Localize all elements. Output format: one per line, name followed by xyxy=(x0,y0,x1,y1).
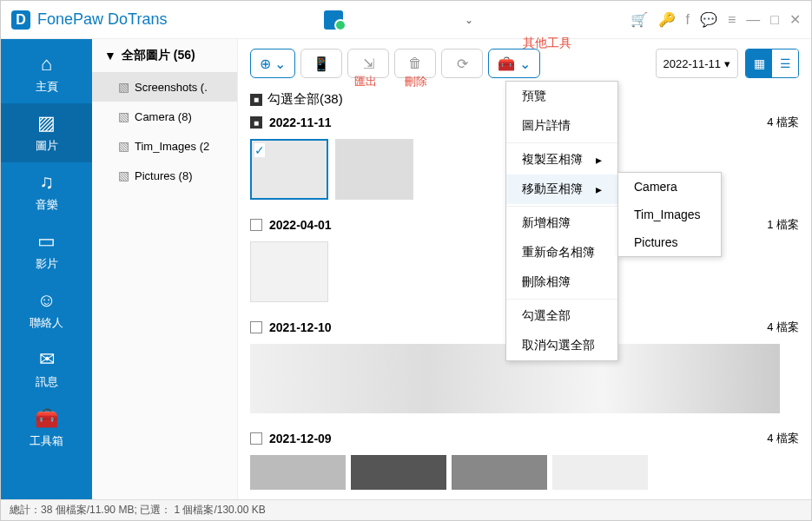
nav-messages[interactable]: ✉訊息 xyxy=(1,340,92,399)
triangle-down-icon: ▼ xyxy=(104,49,116,63)
photo-thumbnail[interactable]: ✓ xyxy=(250,139,328,200)
album-icon: ▧ xyxy=(118,80,129,94)
add-button[interactable]: ⊕ ⌄ xyxy=(250,49,295,78)
submenu-pictures[interactable]: Pictures xyxy=(618,228,721,256)
nav-label: 主頁 xyxy=(36,79,58,95)
annotation-delete: 刪除 xyxy=(405,74,427,89)
maximize-icon[interactable]: □ xyxy=(770,12,779,28)
album-label: Tim_Images (2 xyxy=(135,140,209,153)
toolbox-icon: 🧰 xyxy=(35,407,58,430)
photo-icon: ▨ xyxy=(37,112,56,135)
photo-thumbnail[interactable] xyxy=(250,455,346,490)
group-count: 4 檔案 xyxy=(767,115,799,130)
menu-delete-album[interactable]: 刪除相簿 xyxy=(506,267,617,297)
date-filter-dropdown[interactable]: 2022-11-11▾ xyxy=(656,49,739,78)
to-device-button[interactable]: 📱 xyxy=(300,49,342,78)
album-item-tim[interactable]: ▧Tim_Images (2 xyxy=(92,131,237,161)
view-toggle: ▦ ☰ xyxy=(745,49,799,78)
grid-view-button[interactable]: ▦ xyxy=(746,49,772,77)
nav-video[interactable]: ▭影片 xyxy=(1,221,92,280)
device-icon[interactable] xyxy=(324,10,343,30)
group-count: 1 檔案 xyxy=(767,217,799,233)
nav-label: 訊息 xyxy=(36,374,58,390)
menu-copy-to[interactable]: 複製至相簿▸ xyxy=(506,145,617,175)
nav-label: 音樂 xyxy=(36,197,58,213)
checkbox-icon[interactable] xyxy=(250,219,262,231)
cart-icon[interactable]: 🛒 xyxy=(630,11,648,28)
album-item-camera[interactable]: ▧Camera (8) xyxy=(92,102,237,131)
group-date: 2021-12-09 xyxy=(269,432,332,445)
checkbox-icon[interactable]: ■ xyxy=(250,116,262,129)
menu-deselect-all[interactable]: 取消勾選全部 xyxy=(506,331,617,360)
album-panel: ▼全部圖片 (56) ▧Screenshots (. ▧Camera (8) ▧… xyxy=(92,39,238,499)
group-count: 4 檔案 xyxy=(767,320,799,335)
sidebar: ⌂主頁 ▨圖片 ♫音樂 ▭影片 ☺聯絡人 ✉訊息 🧰工具箱 xyxy=(1,39,92,499)
list-view-button[interactable]: ☰ xyxy=(772,49,798,77)
date-value: 2022-11-11 xyxy=(663,57,722,70)
album-label: Screenshots (. xyxy=(135,81,208,94)
move-to-submenu: Camera Tim_Images Pictures xyxy=(617,172,722,257)
triangle-down-icon: ▾ xyxy=(724,57,730,70)
menu-details[interactable]: 圖片詳情 xyxy=(506,111,617,141)
photo-thumbnail[interactable] xyxy=(552,455,648,490)
video-icon: ▭ xyxy=(37,230,56,253)
album-icon: ▧ xyxy=(118,109,129,123)
album-item-screenshots[interactable]: ▧Screenshots (. xyxy=(92,72,237,102)
photo-thumbnail[interactable] xyxy=(351,455,446,490)
close-icon[interactable]: ✕ xyxy=(789,11,801,28)
annotation-export: 匯出 xyxy=(354,74,377,89)
chevron-right-icon: ▸ xyxy=(596,153,602,167)
album-header-label: 全部圖片 (56) xyxy=(122,48,195,63)
key-icon[interactable]: 🔑 xyxy=(658,11,676,28)
submenu-tim[interactable]: Tim_Images xyxy=(618,201,721,228)
chevron-right-icon: ▸ xyxy=(596,182,602,196)
nav-contacts[interactable]: ☺聯絡人 xyxy=(1,280,92,340)
refresh-button[interactable]: ⟳ xyxy=(441,49,483,78)
nav-label: 工具箱 xyxy=(30,433,63,449)
message-icon: ✉ xyxy=(39,348,55,371)
nav-photos[interactable]: ▨圖片 xyxy=(1,103,92,162)
group-date: 2022-11-11 xyxy=(269,115,332,129)
album-icon: ▧ xyxy=(118,139,129,153)
device-dropdown-icon[interactable]: ⌄ xyxy=(465,14,473,26)
photo-thumbnail[interactable] xyxy=(452,455,547,490)
menu-select-all[interactable]: 勾選全部 xyxy=(506,301,617,331)
nav-music[interactable]: ♫音樂 xyxy=(1,162,92,221)
group-header[interactable]: 2021-12-09 4 檔案 xyxy=(250,427,799,450)
album-label: Pictures (8) xyxy=(135,169,192,182)
menu-preview[interactable]: 預覽 xyxy=(506,82,617,111)
group-date: 2021-12-10 xyxy=(269,320,332,334)
content-area: 其他工具 ⊕ ⌄ 📱 ⇲ 🗑 ⟳ 🧰 ⌄ 匯出 刪除 2022-11-11▾ ▦… xyxy=(238,39,811,499)
app-logo-icon: D xyxy=(11,10,30,30)
feedback-icon[interactable]: 💬 xyxy=(700,11,717,28)
photo-thumbnail[interactable] xyxy=(335,139,413,200)
checkbox-icon[interactable]: ■ xyxy=(250,94,262,106)
app-title: FonePaw DoTrans xyxy=(37,10,167,29)
menu-new-album[interactable]: 新增相簿 xyxy=(506,208,617,238)
album-icon: ▧ xyxy=(118,168,129,182)
album-header[interactable]: ▼全部圖片 (56) xyxy=(92,39,237,72)
music-icon: ♫ xyxy=(39,171,54,194)
status-bar: 總計：38 個檔案/11.90 MB; 已選： 1 個檔案/130.00 KB xyxy=(1,499,811,520)
nav-label: 影片 xyxy=(36,256,58,272)
title-bar: D FonePaw DoTrans ⌄ 🛒 🔑 f 💬 ≡ — □ ✕ xyxy=(1,1,811,39)
tools-button[interactable]: 🧰 ⌄ xyxy=(488,49,539,78)
tools-menu: 預覽 圖片詳情 複製至相簿▸ 移動至相簿▸ Camera Tim_Images … xyxy=(505,81,618,361)
menu-move-to[interactable]: 移動至相簿▸ Camera Tim_Images Pictures xyxy=(506,175,617,204)
nav-label: 圖片 xyxy=(36,138,58,154)
minimize-icon[interactable]: — xyxy=(746,12,760,28)
contacts-icon: ☺ xyxy=(36,289,56,312)
nav-label: 聯絡人 xyxy=(30,315,63,331)
checkbox-icon[interactable] xyxy=(250,432,262,445)
album-item-pictures[interactable]: ▧Pictures (8) xyxy=(92,161,237,190)
checkbox-icon[interactable] xyxy=(250,321,262,333)
menu-icon[interactable]: ≡ xyxy=(728,12,736,28)
date-group: 2021-12-09 4 檔案 xyxy=(250,427,799,495)
nav-toolbox[interactable]: 🧰工具箱 xyxy=(1,399,92,458)
menu-rename-album[interactable]: 重新命名相簿 xyxy=(506,238,617,267)
album-label: Camera (8) xyxy=(135,110,192,123)
facebook-icon[interactable]: f xyxy=(686,12,690,28)
submenu-camera[interactable]: Camera xyxy=(618,173,721,201)
photo-thumbnail[interactable] xyxy=(250,241,328,302)
nav-home[interactable]: ⌂主頁 xyxy=(1,44,92,103)
